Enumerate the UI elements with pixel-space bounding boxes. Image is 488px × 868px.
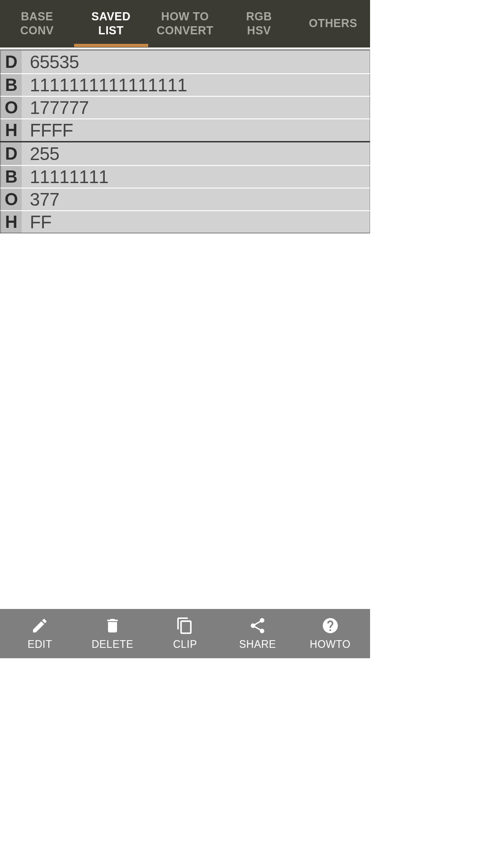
- tab-label-line1: BASE: [21, 9, 53, 24]
- base-value-decimal: 255: [22, 144, 370, 164]
- share-icon: [249, 617, 267, 635]
- tab-how-to-convert[interactable]: HOW TO CONVERT: [148, 0, 222, 47]
- trash-icon: [103, 617, 122, 635]
- base-label-octal: O: [1, 97, 22, 118]
- base-label-decimal: D: [1, 142, 22, 165]
- pencil-icon: [31, 617, 49, 635]
- tab-label-line1: RGB: [246, 9, 272, 24]
- action-label: HOWTO: [310, 638, 351, 651]
- saved-list-content: D 65535 B 1111111111111111 O 177777 H FF…: [0, 47, 370, 609]
- tab-bar: BASE CONV SAVED LIST HOW TO CONVERT RGB …: [0, 0, 370, 47]
- base-label-binary: B: [1, 74, 22, 96]
- base-value-octal: 177777: [22, 98, 370, 118]
- tab-saved-list[interactable]: SAVED LIST: [74, 0, 148, 47]
- tab-base-conv[interactable]: BASE CONV: [0, 0, 74, 47]
- base-value-octal: 377: [22, 189, 370, 210]
- entry-row-decimal: D 65535: [0, 51, 370, 73]
- action-label: EDIT: [28, 638, 52, 651]
- entry-row-hex: H FFFF: [0, 118, 370, 141]
- entry-row-hex: H FF: [0, 210, 370, 233]
- entry-row-octal: O 177777: [0, 96, 370, 118]
- saved-entry[interactable]: D 255 B 11111111 O 377 H FF: [0, 142, 370, 233]
- tab-label-line2: LIST: [99, 24, 124, 38]
- base-label-octal: O: [1, 189, 22, 210]
- tab-label-line1: SAVED: [91, 9, 131, 24]
- tab-label-line2: HSV: [247, 24, 271, 38]
- base-label-hex: H: [1, 211, 22, 233]
- tab-label-line2: CONVERT: [157, 24, 214, 38]
- edit-button[interactable]: EDIT: [4, 617, 76, 651]
- base-value-binary: 11111111: [22, 167, 370, 187]
- delete-button[interactable]: DELETE: [76, 617, 149, 651]
- base-label-decimal: D: [1, 51, 22, 73]
- tab-rgb-hsv[interactable]: RGB HSV: [222, 0, 296, 47]
- clipboard-icon: [176, 617, 194, 635]
- base-value-binary: 1111111111111111: [22, 75, 370, 95]
- entry-row-decimal: D 255: [0, 142, 370, 165]
- base-value-hex: FF: [22, 212, 370, 232]
- base-label-binary: B: [1, 166, 22, 188]
- action-label: CLIP: [173, 638, 197, 651]
- tab-others[interactable]: OTHERS: [296, 0, 370, 47]
- entry-row-binary: B 1111111111111111: [0, 73, 370, 96]
- share-button[interactable]: SHARE: [221, 617, 294, 651]
- tab-label-line2: CONV: [20, 24, 54, 38]
- tab-label-line1: HOW TO: [161, 9, 209, 24]
- base-label-hex: H: [1, 119, 22, 141]
- howto-button[interactable]: HOWTO: [294, 617, 366, 651]
- action-bar: EDIT DELETE CLIP SHARE HOWTO: [0, 609, 370, 658]
- saved-entry[interactable]: D 65535 B 1111111111111111 O 177777 H FF…: [0, 49, 370, 142]
- base-value-hex: FFFF: [22, 120, 370, 141]
- action-label: SHARE: [239, 638, 276, 651]
- clip-button[interactable]: CLIP: [149, 617, 221, 651]
- tab-label-line1: OTHERS: [309, 16, 357, 30]
- entry-row-binary: B 11111111: [0, 165, 370, 188]
- help-icon: [321, 617, 339, 635]
- entry-row-octal: O 377: [0, 188, 370, 210]
- action-label: DELETE: [92, 638, 133, 651]
- base-value-decimal: 65535: [22, 52, 370, 72]
